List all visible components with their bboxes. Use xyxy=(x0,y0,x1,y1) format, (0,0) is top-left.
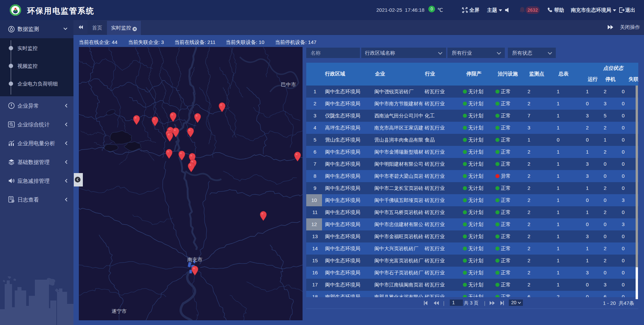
svg-text:巴中市: 巴中市 xyxy=(281,82,296,87)
svg-text:南充市: 南充市 xyxy=(187,257,203,262)
svg-text:遂宁市: 遂宁市 xyxy=(112,308,127,314)
